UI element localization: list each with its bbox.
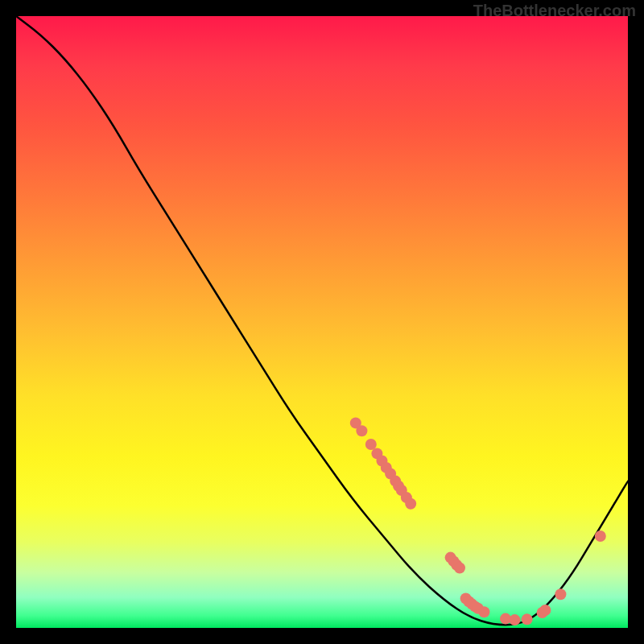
data-point (356, 425, 367, 436)
data-point (539, 605, 551, 616)
chart-svg (16, 16, 628, 628)
data-point (595, 530, 606, 542)
data-point (405, 498, 416, 510)
data-point (365, 439, 377, 450)
data-point (454, 563, 465, 574)
bottleneck-curve (16, 16, 628, 625)
data-point (509, 614, 520, 625)
data-point (555, 588, 566, 600)
data-point (478, 606, 489, 617)
watermark-text: TheBottlenecker.com (473, 2, 636, 20)
data-point (522, 613, 533, 625)
chart-plot-area (16, 16, 628, 628)
data-points-group (350, 417, 606, 625)
